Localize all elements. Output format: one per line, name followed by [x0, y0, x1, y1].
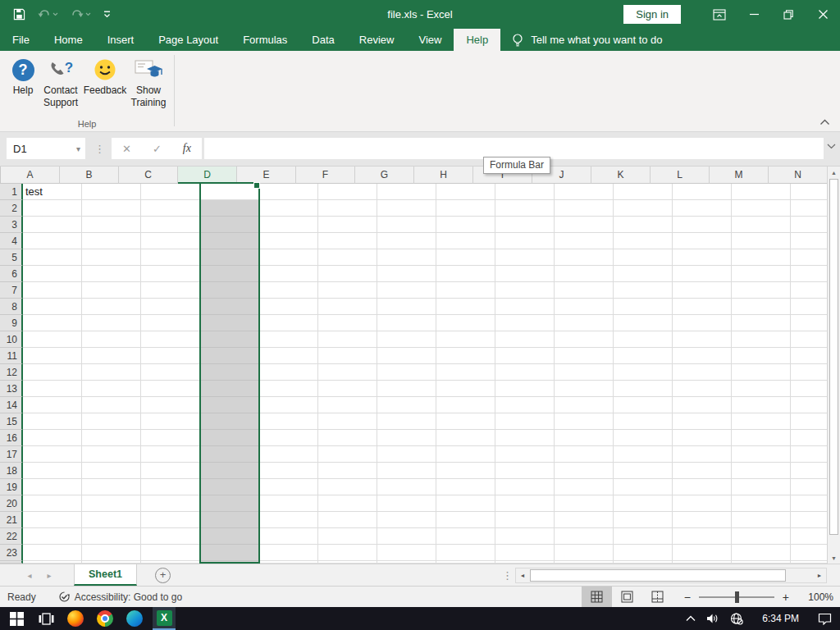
cell-J6[interactable]: [555, 266, 614, 282]
cell-E8[interactable]: [259, 299, 318, 315]
tab-help[interactable]: Help: [454, 29, 500, 51]
cell-F22[interactable]: [318, 528, 377, 545]
cell-L21[interactable]: [673, 512, 732, 528]
cell-D1[interactable]: [200, 184, 259, 200]
cell-F17[interactable]: [318, 446, 377, 463]
row-header-17[interactable]: 17: [0, 446, 23, 463]
row-header-16[interactable]: 16: [0, 430, 23, 446]
cell-K2[interactable]: [614, 200, 673, 217]
cell-L23[interactable]: [673, 545, 732, 561]
cell-N16[interactable]: [791, 430, 827, 446]
cell-I1[interactable]: [495, 184, 555, 200]
cell-C23[interactable]: [141, 545, 200, 561]
tab-view[interactable]: View: [406, 29, 454, 51]
enter-icon[interactable]: ✓: [153, 143, 162, 155]
cell-D4[interactable]: [200, 233, 259, 249]
cell-K12[interactable]: [614, 364, 673, 381]
cell-G22[interactable]: [377, 528, 436, 545]
column-header-H[interactable]: H: [414, 167, 473, 184]
cell-I15[interactable]: [495, 413, 555, 430]
cell-M10[interactable]: [732, 331, 791, 348]
cell-D14[interactable]: [200, 397, 259, 413]
cell-I12[interactable]: [495, 364, 555, 381]
column-header-N[interactable]: N: [769, 167, 827, 184]
minimize-button[interactable]: [737, 0, 771, 29]
cell-I8[interactable]: [495, 299, 555, 315]
cell-C17[interactable]: [141, 446, 200, 463]
row-header-18[interactable]: 18: [0, 463, 23, 479]
cell-B5[interactable]: [82, 249, 141, 266]
cell-G17[interactable]: [377, 446, 436, 463]
cell-L5[interactable]: [673, 249, 732, 266]
cell-L1[interactable]: [673, 184, 732, 200]
cell-I23[interactable]: [495, 545, 555, 561]
cell-J8[interactable]: [555, 299, 614, 315]
scroll-down-icon[interactable]: ▼: [828, 552, 840, 564]
cell-D3[interactable]: [200, 217, 259, 233]
cell-M2[interactable]: [732, 200, 791, 217]
cell-B10[interactable]: [82, 331, 141, 348]
column-header-D[interactable]: D: [178, 167, 237, 184]
row-header-7[interactable]: 7: [0, 282, 23, 299]
cell-F7[interactable]: [318, 282, 377, 299]
cell-M13[interactable]: [732, 381, 791, 397]
cell-J10[interactable]: [555, 331, 614, 348]
cell-K15[interactable]: [614, 413, 673, 430]
cell-A11[interactable]: [23, 348, 82, 364]
cell-E2[interactable]: [259, 200, 318, 217]
tab-scrollbar-splitter-icon[interactable]: ⋮: [502, 564, 513, 587]
cell-H11[interactable]: [436, 348, 495, 364]
cell-J5[interactable]: [555, 249, 614, 266]
taskbar-clock[interactable]: 6:34 PM: [762, 613, 799, 624]
volume-icon[interactable]: [706, 613, 719, 624]
cell-J20[interactable]: [555, 495, 614, 512]
row-header-11[interactable]: 11: [0, 348, 23, 364]
cell-N14[interactable]: [791, 397, 827, 413]
cell-J7[interactable]: [555, 282, 614, 299]
cell-L10[interactable]: [673, 331, 732, 348]
tab-formulas[interactable]: Formulas: [231, 29, 299, 51]
cell-N22[interactable]: [791, 528, 827, 545]
row-header-13[interactable]: 13: [0, 381, 23, 397]
cell-A15[interactable]: [23, 413, 82, 430]
row-header-4[interactable]: 4: [0, 233, 23, 249]
normal-view-button[interactable]: [582, 587, 612, 607]
column-header-G[interactable]: G: [355, 167, 414, 184]
cell-B15[interactable]: [82, 413, 141, 430]
cell-M23[interactable]: [732, 545, 791, 561]
cell-F8[interactable]: [318, 299, 377, 315]
cell-D23[interactable]: [200, 545, 259, 561]
cell-H7[interactable]: [436, 282, 495, 299]
cell-G13[interactable]: [377, 381, 436, 397]
cell-I7[interactable]: [495, 282, 555, 299]
cell-F16[interactable]: [318, 430, 377, 446]
cell-M7[interactable]: [732, 282, 791, 299]
cell-F15[interactable]: [318, 413, 377, 430]
cell-M6[interactable]: [732, 266, 791, 282]
cell-K4[interactable]: [614, 233, 673, 249]
cell-E3[interactable]: [259, 217, 318, 233]
column-header-C[interactable]: C: [119, 167, 178, 184]
cell-N2[interactable]: [791, 200, 827, 217]
cell-L9[interactable]: [673, 315, 732, 331]
row-header-9[interactable]: 9: [0, 315, 23, 331]
cell-C15[interactable]: [141, 413, 200, 430]
cell-N3[interactable]: [791, 217, 827, 233]
cell-K8[interactable]: [614, 299, 673, 315]
cell-G14[interactable]: [377, 397, 436, 413]
cell-I11[interactable]: [495, 348, 555, 364]
cell-K20[interactable]: [614, 495, 673, 512]
cell-C5[interactable]: [141, 249, 200, 266]
cell-J19[interactable]: [555, 479, 614, 495]
cell-G5[interactable]: [377, 249, 436, 266]
cell-L11[interactable]: [673, 348, 732, 364]
row-header-6[interactable]: 6: [0, 266, 23, 282]
cell-D17[interactable]: [200, 446, 259, 463]
cell-B3[interactable]: [82, 217, 141, 233]
cell-A12[interactable]: [23, 364, 82, 381]
cell-A9[interactable]: [23, 315, 82, 331]
cell-D8[interactable]: [200, 299, 259, 315]
cell-L20[interactable]: [673, 495, 732, 512]
cell-L7[interactable]: [673, 282, 732, 299]
cell-E12[interactable]: [259, 364, 318, 381]
